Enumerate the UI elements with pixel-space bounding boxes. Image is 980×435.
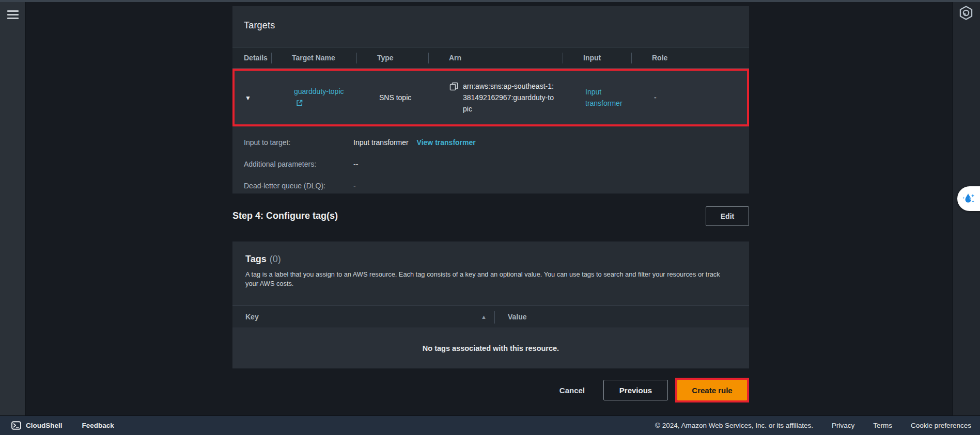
column-header-input: Input (563, 47, 632, 68)
step4-heading: Step 4: Configure tag(s) (232, 205, 749, 226)
cancel-button[interactable]: Cancel (559, 386, 585, 395)
detail-row-additional-parameters: Additional parameters: -- (232, 153, 749, 175)
form-actions: Cancel Previous Create rule (232, 378, 749, 402)
detail-value: - (353, 182, 749, 190)
detail-value: -- (353, 160, 749, 168)
hamburger-menu-icon[interactable] (7, 10, 19, 19)
column-header-details: Details (232, 47, 272, 68)
feedback-button[interactable]: Feedback (82, 422, 114, 429)
target-role-cell: - (634, 92, 751, 103)
targets-table-header: Details Target Name Type Arn Input Role (232, 47, 749, 69)
column-header-arn: Arn (429, 47, 563, 68)
column-header-type: Type (357, 47, 429, 68)
create-rule-button[interactable]: Create rule (677, 380, 747, 400)
target-arn-text: arn:aws:sns:ap-southeast-1:381492162967:… (463, 80, 555, 115)
tags-title: Tags (245, 254, 267, 264)
target-row-annotated: ▼ guardduty-topic SNS topic arn:aws:sns:… (232, 69, 749, 126)
cloudshell-button[interactable]: CloudShell (11, 421, 63, 430)
sort-ascending-icon[interactable]: ▲ (481, 314, 487, 320)
view-transformer-link[interactable]: View transformer (417, 138, 476, 147)
target-expanded-details: Input to target: Input transformerView t… (232, 126, 749, 197)
privacy-link[interactable]: Privacy (832, 422, 854, 429)
terms-link[interactable]: Terms (873, 422, 892, 429)
column-header-value: Value (495, 306, 749, 328)
column-header-role: Role (632, 47, 749, 68)
copyright-text: © 2024, Amazon Web Services, Inc. or its… (655, 422, 813, 429)
targets-panel: Targets Details Target Name Type Arn Inp… (232, 6, 749, 194)
step4-section-bar: Step 4: Configure tag(s) Edit (232, 205, 749, 228)
column-header-target-name: Target Name (272, 47, 357, 68)
row-expand-control[interactable]: ▼ (235, 92, 274, 104)
detail-label: Additional parameters: (244, 160, 353, 168)
detail-row-input-to-target: Input to target: Input transformerView t… (232, 132, 749, 153)
caret-down-icon: ▼ (245, 94, 251, 102)
tags-empty-message: No tags associated with this resource. (232, 328, 749, 368)
detail-label: Input to target: (244, 138, 353, 147)
tags-panel-header: Tags(0) A tag is a label that you assign… (232, 241, 749, 305)
edit-button[interactable]: Edit (706, 206, 749, 226)
previous-button[interactable]: Previous (603, 380, 668, 400)
target-type-cell: SNS topic (359, 92, 431, 103)
targets-panel-header: Targets (232, 6, 749, 47)
target-arn-cell: arn:aws:sns:ap-southeast-1:381492162967:… (431, 80, 565, 115)
console-footer: CloudShell Feedback © 2024, Amazon Web S… (0, 415, 980, 435)
tags-table-header: Key ▲ Value (232, 305, 749, 328)
left-sidebar-rail (0, 2, 26, 415)
detail-label: Dead-letter queue (DLQ): (244, 182, 353, 190)
top-nav-edge (0, 0, 980, 2)
detail-row-dlq: Dead-letter queue (DLQ): - (232, 175, 749, 197)
input-transformer-link[interactable]: Input transformer (585, 88, 623, 107)
target-name-link[interactable]: guardduty-topic (294, 87, 344, 95)
copy-icon[interactable] (449, 82, 458, 91)
cookie-preferences-link[interactable]: Cookie preferences (911, 422, 971, 429)
tags-panel: Tags(0) A tag is a label that you assign… (232, 241, 749, 368)
detail-value: Input transformerView transformer (353, 138, 749, 147)
targets-title: Targets (244, 20, 738, 31)
external-link-icon (296, 100, 303, 108)
tags-count: (0) (270, 254, 281, 264)
aws-console-page: Targets Details Target Name Type Arn Inp… (0, 0, 980, 435)
target-input-cell: Input transformer (565, 86, 634, 109)
assistant-droplet-button[interactable] (957, 186, 980, 211)
create-rule-annotation-box: Create rule (675, 378, 749, 402)
cloudshell-terminal-icon (11, 421, 21, 430)
hexagon-badge-icon[interactable] (959, 5, 973, 21)
tags-description: A tag is a label that you assign to an A… (245, 270, 727, 288)
target-name-cell: guardduty-topic (274, 86, 346, 109)
column-header-key: Key ▲ (232, 306, 495, 328)
